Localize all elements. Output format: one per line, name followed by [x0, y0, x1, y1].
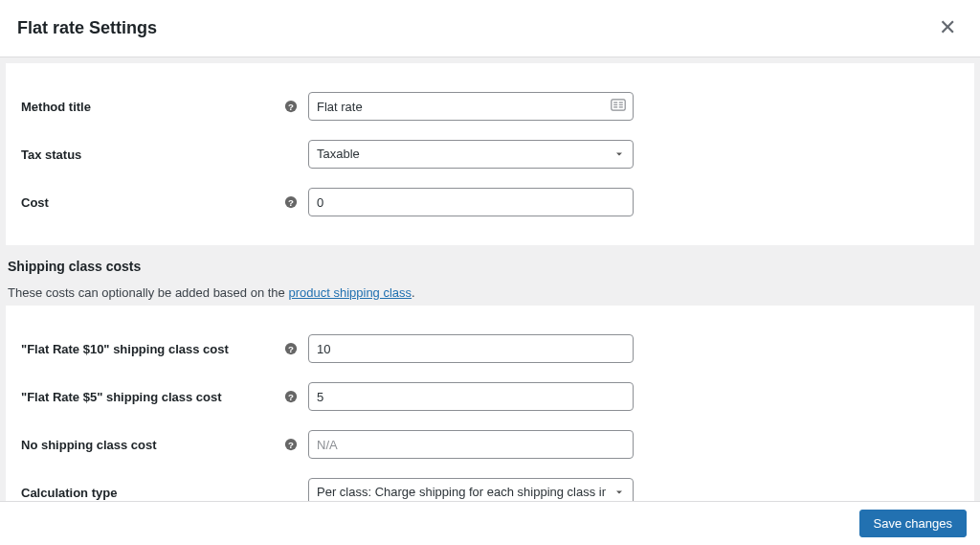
class5-input-wrap: [308, 382, 634, 411]
modal-title: Flat rate Settings: [17, 18, 157, 38]
product-shipping-class-link[interactable]: product shipping class: [288, 285, 412, 300]
tax-status-input-wrap: Taxable: [308, 140, 634, 169]
class10-input-wrap: [308, 334, 634, 363]
svg-text:?: ?: [288, 392, 294, 402]
svg-text:?: ?: [288, 197, 294, 208]
class10-input[interactable]: [308, 334, 634, 363]
calc-type-label: Calculation type: [21, 486, 117, 500]
help-icon[interactable]: ?: [283, 341, 299, 356]
calc-type-input-wrap: Per class: Charge shipping for each ship…: [308, 478, 634, 501]
modal-footer: Save changes: [0, 501, 980, 545]
calc-type-row: Calculation type Per class: Charge shipp…: [21, 468, 959, 501]
class5-input[interactable]: [308, 382, 634, 411]
no-class-label: No shipping class cost: [21, 438, 157, 452]
shipping-class-desc: These costs can optionally be added base…: [8, 285, 972, 300]
class10-label-wrap: "Flat Rate $10" shipping class cost ?: [21, 341, 308, 356]
class5-label-wrap: "Flat Rate $5" shipping class cost ?: [21, 389, 308, 404]
shipping-class-panel: "Flat Rate $10" shipping class cost ? "F…: [6, 306, 974, 501]
close-button[interactable]: ✕: [932, 12, 963, 43]
method-title-label-wrap: Method title ?: [21, 99, 308, 114]
close-icon: ✕: [939, 15, 956, 40]
help-icon[interactable]: ?: [283, 389, 299, 404]
class5-label: "Flat Rate $5" shipping class cost: [21, 390, 222, 404]
tax-status-select[interactable]: Taxable: [308, 140, 634, 169]
tax-status-label: Tax status: [21, 148, 81, 162]
class10-label: "Flat Rate $10" shipping class cost: [21, 342, 229, 356]
help-icon[interactable]: ?: [283, 99, 299, 114]
calc-type-select[interactable]: Per class: Charge shipping for each ship…: [308, 478, 634, 501]
no-class-label-wrap: No shipping class cost ?: [21, 437, 308, 452]
modal-header: Flat rate Settings ✕: [0, 0, 980, 57]
cost-row: Cost ?: [21, 178, 959, 226]
class10-row: "Flat Rate $10" shipping class cost ?: [21, 325, 959, 373]
save-changes-button[interactable]: Save changes: [859, 510, 967, 537]
main-settings-panel: Method title ? Tax status Taxable: [6, 63, 974, 245]
calc-type-label-wrap: Calculation type: [21, 486, 308, 500]
cost-label-wrap: Cost ?: [21, 194, 308, 210]
no-class-input-wrap: [308, 430, 634, 459]
shipping-class-title: Shipping class costs: [8, 259, 972, 274]
help-icon[interactable]: ?: [283, 437, 299, 452]
cost-input[interactable]: [308, 188, 634, 216]
method-title-input[interactable]: [308, 92, 634, 121]
cost-label: Cost: [21, 195, 49, 210]
method-title-label: Method title: [21, 100, 91, 114]
modal-body: Method title ? Tax status Taxable: [0, 57, 980, 501]
svg-text:?: ?: [288, 440, 294, 450]
cost-input-wrap: [308, 188, 634, 216]
no-class-input[interactable]: [308, 430, 634, 459]
method-title-row: Method title ?: [21, 82, 959, 130]
tax-status-label-wrap: Tax status: [21, 148, 308, 162]
svg-text:?: ?: [288, 344, 294, 354]
class5-row: "Flat Rate $5" shipping class cost ?: [21, 373, 959, 420]
shipping-class-heading: Shipping class costs These costs can opt…: [6, 259, 974, 300]
no-class-row: No shipping class cost ?: [21, 420, 959, 468]
settings-modal: Flat rate Settings ✕ Method title ? Tax …: [0, 0, 980, 545]
method-title-input-wrap: [308, 92, 634, 121]
tax-status-row: Tax status Taxable: [21, 130, 959, 178]
help-icon[interactable]: ?: [283, 194, 299, 210]
svg-text:?: ?: [288, 102, 294, 112]
